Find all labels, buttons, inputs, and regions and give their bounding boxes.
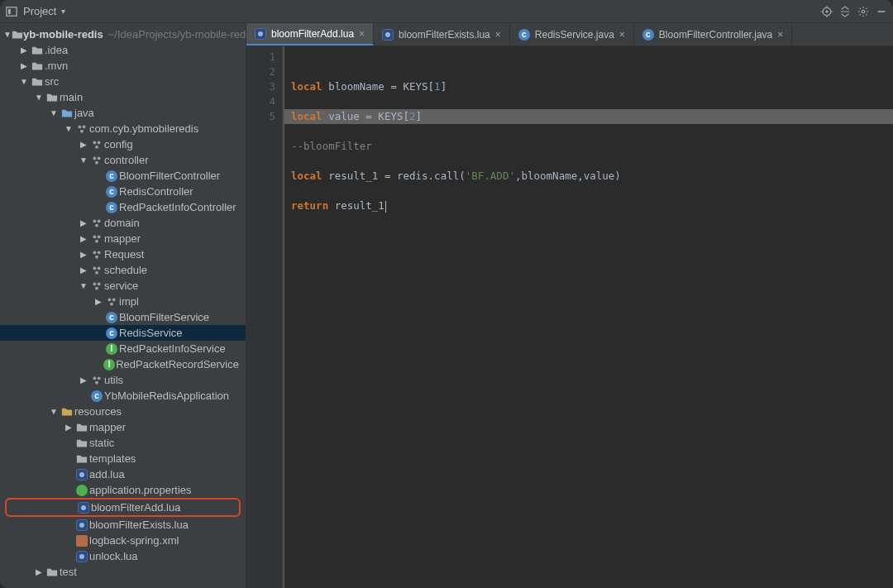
svg-point-18 <box>98 156 101 160</box>
tab-redisservice[interactable]: c RedisService.java × <box>510 23 634 45</box>
java-class-icon: c <box>518 29 530 41</box>
settings-gear-icon[interactable] <box>857 5 870 18</box>
tab-label: bloomFilterAdd.lua <box>271 28 354 40</box>
tree-root[interactable]: ▼ yb-mobile-redis ~/IdeaProjects/yb-mobi… <box>0 26 246 42</box>
package-icon <box>89 265 104 276</box>
svg-point-3 <box>825 10 828 12</box>
folder-icon <box>45 92 60 103</box>
tree-src[interactable]: ▼ src <box>0 74 246 89</box>
tree-bloomadd-lua[interactable]: bloomFilterAdd.lua <box>7 500 239 515</box>
tree-mapper[interactable]: ▶ mapper <box>0 231 246 246</box>
svg-point-40 <box>95 380 98 384</box>
lua-file-icon <box>74 551 89 562</box>
close-tab-icon[interactable]: × <box>359 28 365 40</box>
project-panel-title[interactable]: Project ▾ <box>23 5 65 17</box>
line-number-gutter: 1 2 3 4 5 <box>246 46 283 588</box>
class-icon: c <box>104 186 119 198</box>
tree-templates[interactable]: templates <box>0 451 246 466</box>
tab-bloomfilteradd[interactable]: bloomFilterAdd.lua × <box>246 23 374 45</box>
editor-area: bloomFilterAdd.lua × bloomFilterExists.l… <box>246 23 893 588</box>
tree-bloom-controller[interactable]: c BloomFilterController <box>0 168 246 184</box>
tree-redpacketrecord-service[interactable]: I RedPacketRecordService <box>0 356 246 372</box>
class-icon: c <box>104 327 119 339</box>
class-icon: c <box>104 312 119 323</box>
svg-rect-1 <box>8 8 11 13</box>
svg-point-38 <box>93 376 96 380</box>
project-tree-panel: ▼ yb-mobile-redis ~/IdeaProjects/yb-mobi… <box>0 23 246 588</box>
resource-folder-icon <box>60 406 74 418</box>
tree-impl[interactable]: ▶ impl <box>0 294 246 309</box>
tree-main[interactable]: ▼ main <box>0 89 246 105</box>
line-number: 5 <box>246 109 275 124</box>
tree-request[interactable]: ▶ Request <box>0 246 246 262</box>
svg-point-28 <box>95 255 98 258</box>
tree-add-lua[interactable]: add.lua <box>0 466 246 482</box>
close-tab-icon[interactable]: × <box>495 29 501 41</box>
tab-bloomfiltercontroller[interactable]: c BloomFilterController.java × <box>634 23 792 45</box>
tree-domain[interactable]: ▶ domain <box>0 215 246 231</box>
package-icon <box>104 296 119 308</box>
tree-unlock-lua[interactable]: unlock.lua <box>0 548 246 564</box>
svg-point-16 <box>95 145 98 148</box>
tree-idea[interactable]: ▶ .idea <box>0 42 246 58</box>
tree-utils[interactable]: ▶ utils <box>0 372 246 388</box>
properties-file-icon <box>74 485 89 496</box>
lua-file-icon <box>382 29 394 41</box>
root-label: yb-mobile-redis <box>23 28 103 41</box>
line-number: 2 <box>246 65 275 79</box>
project-title-text: Project <box>23 5 56 17</box>
tree-package[interactable]: ▼ com.cyb.ybmobileredis <box>0 121 246 136</box>
tab-label: RedisService.java <box>535 29 614 41</box>
target-icon[interactable] <box>820 5 833 18</box>
project-tree[interactable]: ▼ yb-mobile-redis ~/IdeaProjects/yb-mobi… <box>0 23 246 588</box>
svg-point-20 <box>93 219 96 222</box>
tree-redis-controller[interactable]: c RedisController <box>0 184 246 199</box>
tree-redis-service[interactable]: c RedisService <box>0 325 246 341</box>
package-icon <box>89 218 104 229</box>
tree-mvn[interactable]: ▶ .mvn <box>0 58 246 74</box>
tab-label: BloomFilterController.java <box>659 29 772 41</box>
svg-point-39 <box>98 376 101 380</box>
folder-icon <box>74 453 89 465</box>
folder-icon <box>30 76 45 88</box>
close-tab-icon[interactable]: × <box>619 29 625 41</box>
tree-app-class[interactable]: c YbMobileRedisApplication <box>0 388 246 404</box>
code-editor[interactable]: local bloomName = KEYS[1] local value = … <box>283 46 893 588</box>
tree-app-props[interactable]: application.properties <box>0 482 246 498</box>
tree-schedule[interactable]: ▶ schedule <box>0 262 246 278</box>
tree-bloomexists-lua[interactable]: bloomFilterExists.lua <box>0 517 246 533</box>
expand-all-icon[interactable] <box>838 5 852 18</box>
folder-icon <box>45 566 60 578</box>
tab-label: bloomFilterExists.lua <box>399 29 490 41</box>
class-icon: c <box>104 170 119 182</box>
tree-redpacketinfo-service[interactable]: I RedPacketInfoService <box>0 341 246 356</box>
tree-bloom-service[interactable]: c BloomFilterService <box>0 309 246 325</box>
lua-file-icon <box>255 28 266 40</box>
tree-redpacketinfo-controller[interactable]: c RedPacketInfoController <box>0 199 246 215</box>
package-icon <box>74 123 89 135</box>
minimize-icon[interactable] <box>875 5 888 18</box>
folder-icon <box>30 60 45 72</box>
svg-point-24 <box>98 235 101 238</box>
tree-logback[interactable]: logback-spring.xml <box>0 533 246 548</box>
project-view-icon[interactable] <box>5 5 18 18</box>
folder-icon <box>74 437 89 449</box>
svg-point-12 <box>83 125 86 128</box>
tree-controller[interactable]: ▼ controller <box>0 152 246 168</box>
tree-java[interactable]: ▼ java <box>0 105 246 121</box>
svg-point-27 <box>98 251 101 254</box>
package-icon <box>89 375 104 386</box>
line-number: 1 <box>246 50 275 65</box>
tree-mapper-res[interactable]: ▶ mapper <box>0 419 246 435</box>
tab-bloomfilterexists[interactable]: bloomFilterExists.lua × <box>374 23 510 45</box>
svg-rect-0 <box>7 7 17 16</box>
tree-test[interactable]: ▶ test <box>0 564 246 580</box>
lua-file-icon <box>74 519 89 531</box>
tree-static[interactable]: static <box>0 435 246 451</box>
tree-config[interactable]: ▶ config <box>0 136 246 152</box>
svg-point-15 <box>98 141 101 144</box>
editor-body: 1 2 3 4 5 local bloomName = KEYS[1] loca… <box>246 46 893 588</box>
tree-service[interactable]: ▼ service <box>0 278 246 294</box>
tree-resources[interactable]: ▼ resources <box>0 404 246 419</box>
close-tab-icon[interactable]: × <box>777 29 783 41</box>
